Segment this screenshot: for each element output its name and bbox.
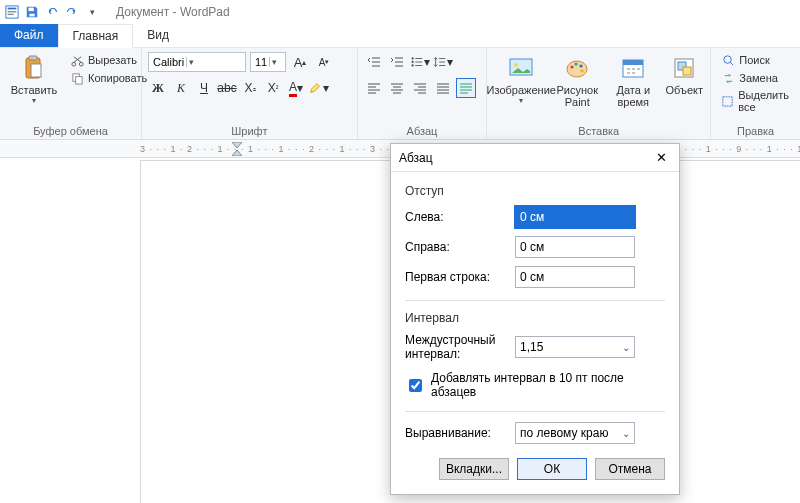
window-title: Документ - WordPad — [116, 5, 230, 19]
insert-paint-button[interactable]: Рисунок Paint — [549, 52, 605, 110]
redo-icon[interactable] — [64, 4, 80, 20]
undo-icon[interactable] — [44, 4, 60, 20]
italic-icon[interactable]: К — [171, 78, 191, 98]
align-left-icon[interactable] — [364, 78, 384, 98]
decrease-indent-icon[interactable] — [364, 52, 384, 72]
cancel-button[interactable]: Отмена — [595, 458, 665, 480]
selectall-label: Выделить все — [738, 89, 790, 113]
title-bar: ▾ Документ - WordPad — [0, 0, 800, 24]
insert-image-button[interactable]: Изображение ▾ — [493, 52, 549, 107]
indent-marker-icon[interactable] — [232, 142, 242, 158]
chevron-down-icon: ⌄ — [622, 428, 630, 439]
svg-rect-29 — [723, 96, 732, 105]
copy-button[interactable]: Копировать — [66, 70, 151, 86]
svg-rect-7 — [29, 56, 37, 60]
alignment-select[interactable]: по левому краю ⌄ — [515, 422, 635, 444]
strikethrough-icon[interactable]: abc — [217, 78, 237, 98]
app-icon — [4, 4, 20, 20]
subscript-icon[interactable]: X₂ — [240, 78, 260, 98]
insert-object-button[interactable]: Объект — [661, 52, 707, 98]
group-insert-label: Вставка — [493, 123, 704, 137]
calendar-icon — [619, 54, 647, 82]
svg-point-28 — [724, 55, 731, 62]
grow-font-icon[interactable]: A▴ — [290, 52, 310, 72]
group-editing: Поиск Замена Выделить все Правка — [711, 48, 800, 139]
find-button[interactable]: Поиск — [717, 52, 794, 68]
svg-rect-8 — [31, 64, 41, 77]
close-icon[interactable]: ✕ — [651, 148, 671, 168]
svg-rect-2 — [8, 11, 17, 12]
cut-label: Вырезать — [88, 54, 137, 66]
ok-button[interactable]: ОК — [517, 458, 587, 480]
group-font: Calibri ▾ 11 ▾ A▴ A▾ Ж К Ч abc X₂ X² A▾ … — [142, 48, 358, 139]
indent-right-label: Справа: — [405, 240, 515, 254]
dialog-titlebar: Абзац ✕ — [391, 144, 679, 172]
font-color-icon[interactable]: A▾ — [286, 78, 306, 98]
svg-point-13 — [411, 57, 413, 59]
search-icon — [721, 53, 735, 67]
insert-datetime-label: Дата и время — [609, 84, 657, 108]
paste-button[interactable]: Вставить ▾ — [6, 52, 62, 107]
scissors-icon — [70, 53, 84, 67]
replace-icon — [721, 71, 735, 85]
bold-icon[interactable]: Ж — [148, 78, 168, 98]
tab-view[interactable]: Вид — [133, 24, 183, 47]
font-name-combo[interactable]: Calibri ▾ — [148, 52, 246, 72]
shrink-font-icon[interactable]: A▾ — [314, 52, 334, 72]
linespacing-select[interactable]: 1,15 ⌄ — [515, 336, 635, 358]
object-icon — [670, 54, 698, 82]
paste-icon — [20, 54, 48, 82]
line-spacing-icon[interactable]: ▾ — [433, 52, 453, 72]
addspace-label: Добавлять интервал в 10 пт после абзацев — [431, 371, 665, 399]
image-icon — [507, 54, 535, 82]
svg-point-14 — [411, 61, 413, 63]
copy-label: Копировать — [88, 72, 147, 84]
selectall-button[interactable]: Выделить все — [717, 88, 794, 114]
group-clipboard: Вставить ▾ Вырезать Копировать Буфер обм… — [0, 48, 142, 139]
superscript-icon[interactable]: X² — [263, 78, 283, 98]
interval-section-title: Интервал — [405, 311, 665, 325]
svg-marker-31 — [232, 150, 242, 156]
increase-indent-icon[interactable] — [387, 52, 407, 72]
insert-object-label: Объект — [666, 84, 703, 96]
underline-icon[interactable]: Ч — [194, 78, 214, 98]
addspace-checkbox[interactable] — [409, 379, 422, 392]
chevron-down-icon: ▾ — [186, 57, 196, 67]
indent-right-input[interactable] — [515, 236, 635, 258]
group-paragraph-label: Абзац — [364, 123, 481, 137]
tabs-button[interactable]: Вкладки... — [439, 458, 509, 480]
chevron-down-icon: ⌄ — [622, 342, 630, 353]
paste-label: Вставить — [11, 84, 58, 96]
ribbon: Вставить ▾ Вырезать Копировать Буфер обм… — [0, 48, 800, 140]
replace-button[interactable]: Замена — [717, 70, 794, 86]
svg-rect-12 — [75, 76, 82, 83]
insert-paint-label: Рисунок Paint — [553, 84, 601, 108]
align-center-icon[interactable] — [387, 78, 407, 98]
svg-point-10 — [79, 62, 83, 66]
align-right-icon[interactable] — [410, 78, 430, 98]
indent-left-input[interactable] — [515, 206, 635, 228]
dialog-title: Абзац — [399, 151, 433, 165]
svg-rect-5 — [29, 14, 34, 17]
tab-file[interactable]: Файл — [0, 24, 58, 47]
selectall-icon — [721, 94, 734, 108]
chevron-down-icon: ▾ — [32, 96, 36, 105]
save-icon[interactable] — [24, 4, 40, 20]
highlight-icon[interactable]: ▾ — [309, 78, 329, 98]
font-size-combo[interactable]: 11 ▾ — [250, 52, 286, 72]
replace-label: Замена — [739, 72, 778, 84]
indent-first-input[interactable] — [515, 266, 635, 288]
paint-icon — [563, 54, 591, 82]
tab-home[interactable]: Главная — [58, 24, 134, 48]
font-name-value: Calibri — [151, 56, 186, 68]
customize-qat-icon[interactable]: ▾ — [84, 4, 100, 20]
insert-datetime-button[interactable]: Дата и время — [605, 52, 661, 110]
cut-button[interactable]: Вырезать — [66, 52, 151, 68]
paragraph-dialog-icon[interactable] — [456, 78, 476, 98]
svg-point-9 — [71, 62, 75, 66]
font-size-value: 11 — [253, 56, 269, 68]
svg-point-20 — [575, 62, 578, 65]
justify-icon[interactable] — [433, 78, 453, 98]
bullets-icon[interactable]: ▾ — [410, 52, 430, 72]
alignment-label: Выравнивание: — [405, 426, 515, 440]
